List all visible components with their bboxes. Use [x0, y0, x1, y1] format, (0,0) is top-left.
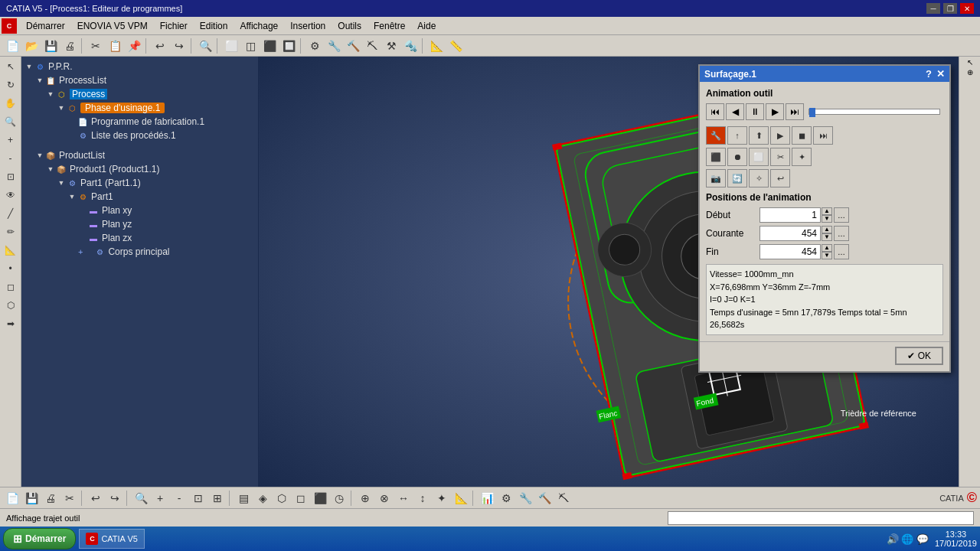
menu-enovia[interactable]: ENOVIA V5 VPM — [71, 19, 154, 33]
tree-node-productlist[interactable]: ▼ 📦 ProductList — [24, 148, 255, 162]
menu-edition[interactable]: Edition — [194, 19, 234, 33]
extra-icon-1[interactable]: 📷 — [706, 169, 726, 187]
tree-node-part1-1[interactable]: ▼ ⚙ Part1 (Part1.1) — [24, 176, 255, 190]
tb-view3[interactable]: ⬛ — [260, 37, 279, 54]
expander-planzx[interactable] — [78, 233, 87, 243]
tree-node-planxy[interactable]: ▬ Plan xy — [24, 204, 255, 217]
tb-tool3[interactable]: 🔨 — [344, 37, 362, 54]
tool-icon-5[interactable]: ◼ — [792, 126, 812, 145]
bt-8[interactable]: + — [151, 490, 169, 507]
anim-btn-pause[interactable]: ⏸ — [746, 103, 764, 120]
close-button[interactable]: ✕ — [960, 3, 974, 14]
tb-print[interactable]: 🖨 — [60, 37, 79, 54]
anim-slider-thumb[interactable] — [809, 108, 815, 117]
bt-1[interactable]: 📄 — [3, 490, 21, 507]
tb-new[interactable]: 📄 — [3, 37, 21, 54]
lt-fit[interactable]: ⊡ — [2, 168, 19, 185]
expander-part1-1[interactable]: ▼ — [57, 178, 66, 187]
menu-affichage[interactable]: Affichage — [234, 19, 284, 33]
bt-9[interactable]: - — [170, 490, 188, 507]
expander-planyz[interactable] — [78, 220, 87, 229]
lt-zoom[interactable]: 🔍 — [2, 113, 19, 130]
lt-zoom-in[interactable]: + — [2, 132, 19, 148]
bt-5[interactable]: ↩ — [87, 490, 105, 507]
menu-aide[interactable]: Aide — [411, 19, 442, 33]
anim-btn-first[interactable]: ⏮ — [706, 103, 724, 120]
bt-24[interactable]: 📊 — [478, 490, 496, 507]
menu-outils[interactable]: Outils — [332, 19, 368, 33]
tb-view2[interactable]: ◫ — [241, 37, 260, 54]
extra-icon-2[interactable]: 🔄 — [727, 169, 747, 187]
tree-node-liste[interactable]: ⚙ Liste des procédés.1 — [24, 129, 255, 142]
menu-demarrer[interactable]: Démarrer — [20, 19, 71, 33]
courante-input[interactable] — [760, 226, 821, 241]
tb-tool4[interactable]: ⛏ — [363, 37, 381, 54]
menu-fenetre[interactable]: Fenêtre — [368, 19, 411, 33]
lt-view[interactable]: 👁 — [2, 187, 19, 204]
menu-fichier[interactable]: Fichier — [154, 19, 194, 33]
lt-rotate[interactable]: ↻ — [2, 77, 19, 93]
tree-node-part1[interactable]: ▼ ⚙ Part1 — [24, 190, 255, 204]
status-input[interactable] — [668, 511, 974, 525]
fin-extra[interactable]: … — [834, 244, 849, 259]
bt-15[interactable]: ◻ — [292, 490, 310, 507]
tb-search[interactable]: 🔍 — [196, 37, 214, 54]
lt-zoom-out[interactable]: - — [2, 150, 19, 167]
bt-16[interactable]: ⬛ — [311, 490, 329, 507]
bt-6[interactable]: ↪ — [106, 490, 124, 507]
bt-14[interactable]: ⬡ — [273, 490, 291, 507]
rt-btn2[interactable]: ⊕ — [967, 68, 973, 77]
bt-11[interactable]: ⊞ — [208, 490, 227, 507]
lt-sketch[interactable]: ✏ — [2, 223, 19, 240]
bt-26[interactable]: 🔧 — [516, 490, 534, 507]
expander-process[interactable]: ▼ — [46, 90, 55, 99]
expander-planxy[interactable] — [78, 206, 87, 215]
tb-tool1[interactable]: ⚙ — [305, 37, 324, 54]
taskbar-app-1[interactable]: C CATIA V5 — [79, 529, 144, 549]
expander-productlist[interactable]: ▼ — [35, 151, 44, 160]
expander-programme[interactable] — [67, 117, 77, 126]
tree-node-planzx[interactable]: ▬ Plan zx — [24, 231, 255, 245]
tb-view4[interactable]: 🔲 — [279, 37, 298, 54]
view-icon-1[interactable]: ⬛ — [706, 148, 726, 166]
tool-icon-1[interactable]: 🔧 — [706, 126, 726, 145]
tb-save[interactable]: 💾 — [41, 37, 60, 54]
anim-btn-prev[interactable]: ◀ — [726, 103, 744, 120]
tool-icon-3[interactable]: ⬆ — [749, 126, 769, 145]
bt-20[interactable]: ↔ — [394, 490, 413, 507]
bt-7[interactable]: 🔍 — [132, 490, 150, 507]
courante-up[interactable]: ▲ — [822, 226, 832, 233]
tree-node-corps[interactable]: + ⚙ Corps principal — [24, 245, 255, 259]
tb-tool5[interactable]: ⚒ — [382, 37, 400, 54]
view-icon-4[interactable]: ✂ — [770, 148, 790, 166]
lt-line[interactable]: ╱ — [2, 205, 19, 222]
lt-select[interactable]: ↖ — [2, 58, 19, 75]
tb-view1[interactable]: ⬜ — [222, 37, 240, 54]
fin-down[interactable]: ▼ — [822, 252, 832, 259]
bt-23[interactable]: 📐 — [452, 490, 470, 507]
dialog-help-icon[interactable]: ? — [926, 68, 932, 80]
tb-paste[interactable]: 📌 — [125, 37, 143, 54]
debut-extra[interactable]: … — [834, 207, 849, 223]
tb-extra2[interactable]: 📏 — [446, 37, 465, 54]
lt-point[interactable]: • — [2, 260, 19, 277]
bt-3[interactable]: 🖨 — [41, 490, 60, 507]
tree-node-phase[interactable]: ▼ ⬡ Phase d'usinage.1 — [24, 101, 255, 115]
view-icon-3[interactable]: ⬜ — [749, 148, 769, 166]
lt-surface[interactable]: ◻ — [2, 279, 19, 295]
tool-icon-6[interactable]: ⏭ — [813, 126, 833, 145]
tb-tool6[interactable]: 🔩 — [401, 37, 420, 54]
tree-node-process[interactable]: ▼ ⬡ Process — [24, 87, 255, 101]
bt-2[interactable]: 💾 — [22, 490, 41, 507]
anim-slider[interactable] — [808, 109, 940, 115]
expander-ppr[interactable]: ▼ — [24, 62, 34, 71]
minimize-button[interactable]: ─ — [926, 3, 940, 14]
expander-part1[interactable]: ▼ — [67, 192, 77, 201]
tb-extra1[interactable]: 📐 — [427, 37, 446, 54]
tool-icon-4[interactable]: ▶ — [770, 126, 790, 145]
ok-button[interactable]: ✔ OK — [895, 347, 943, 365]
fin-up[interactable]: ▲ — [822, 244, 832, 252]
debut-up[interactable]: ▲ — [822, 207, 832, 215]
bt-25[interactable]: ⚙ — [497, 490, 515, 507]
fin-input[interactable] — [760, 244, 821, 259]
